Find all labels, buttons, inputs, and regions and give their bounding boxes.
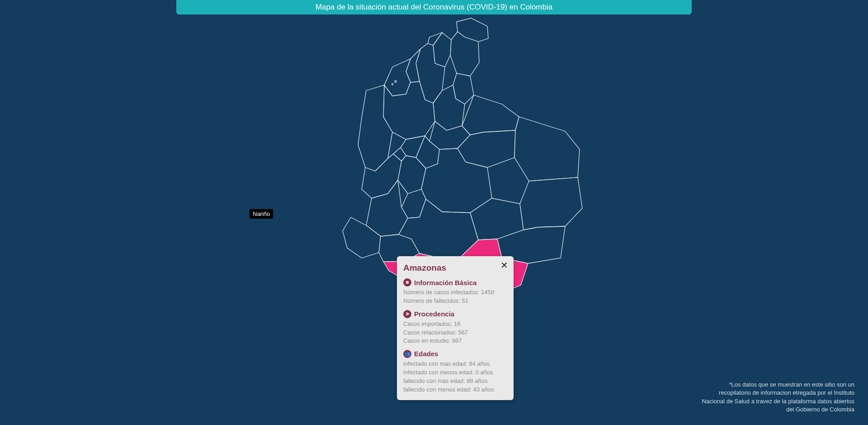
hover-tooltip-label: Nariño [253, 210, 270, 217]
dept-guainia[interactable] [520, 177, 582, 230]
stat-imported: Casos importados: 16 [403, 320, 507, 329]
compass-icon: ➤ [403, 310, 411, 318]
section-origin-label: Procedencia [414, 309, 454, 319]
section-ages-label: Edades [414, 349, 438, 359]
info-icon: ☻ [403, 278, 411, 287]
hover-tooltip: Nariño [250, 209, 273, 219]
stat-inf-youngest: infectado con menos edad: 0 años [403, 368, 507, 377]
section-ages-heading: 👥 Edades [403, 349, 507, 359]
stat-infected: Número de casos infectados: 1450 [403, 288, 507, 297]
stat-dec-oldest: fallecido con mas edad: 88 años [403, 377, 507, 386]
dept-vichada[interactable] [514, 117, 580, 181]
people-icon: 👥 [403, 350, 411, 358]
page-header: Mapa de la situación actual del Coronavi… [176, 0, 692, 14]
section-origin-heading: ➤ Procedencia [403, 309, 507, 319]
section-basic-label: Información Básica [414, 278, 476, 288]
island-marker-1 [395, 81, 396, 82]
header-title: Mapa de la situación actual del Coronavi… [316, 3, 552, 11]
card-title: Amazonas [403, 262, 507, 274]
section-basic-heading: ☻ Información Básica [403, 278, 507, 288]
stat-inf-oldest: infectado con mas edad: 94 años [403, 360, 507, 368]
stat-dec-youngest: fallecido con menos edad: 43 años [403, 386, 507, 394]
department-info-card: ✕ Amazonas ☻ Información Básica Número d… [397, 256, 514, 400]
footer-text: *Los datos que se muestran en este sitio… [702, 381, 854, 413]
close-icon[interactable]: ✕ [500, 261, 508, 270]
stat-related: Casos relacionados: 567 [403, 329, 507, 337]
stat-study: Casos en estudio: 867 [403, 337, 507, 345]
stat-deaths: Número de fallecidos: 51 [403, 297, 507, 306]
island-marker-2 [392, 84, 393, 85]
dept-arauca[interactable] [462, 95, 519, 135]
footer-disclaimer: *Los datos que se muestran en este sitio… [696, 381, 854, 414]
